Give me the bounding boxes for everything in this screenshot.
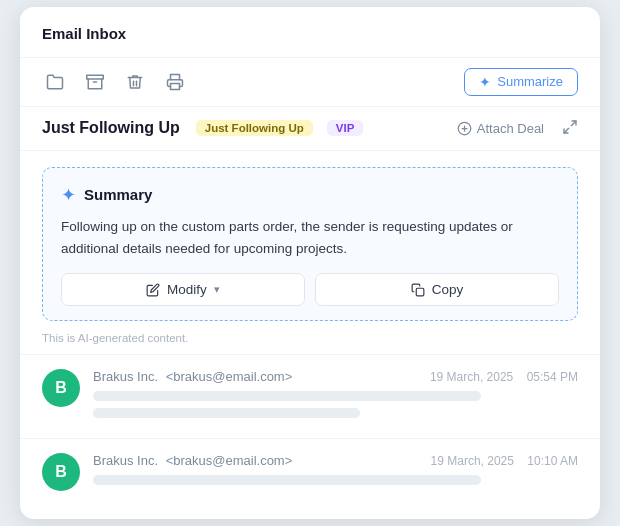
expand-button[interactable] [562, 119, 578, 138]
folder-icon[interactable] [42, 71, 68, 93]
svg-rect-8 [416, 288, 424, 296]
svg-line-6 [571, 121, 576, 126]
summary-heading: ✦ Summary [61, 184, 559, 206]
toolbar: ✦ Summarize [20, 58, 600, 107]
edit-icon [146, 283, 160, 297]
subject-row: Just Following Up Just Following Up VIP … [20, 107, 600, 151]
email-date: 19 March, 2025 05:54 PM [430, 370, 578, 384]
summary-heading-text: Summary [84, 186, 152, 203]
email-from: Brakus Inc. <brakus@email.com> [93, 453, 292, 468]
card-header: Email Inbox [20, 7, 600, 58]
summary-actions: Modify ▾ Copy [61, 273, 559, 306]
copy-icon [411, 283, 425, 297]
summary-box: ✦ Summary Following up on the custom par… [42, 167, 578, 321]
copy-button[interactable]: Copy [315, 273, 559, 306]
email-preview-short [93, 408, 360, 418]
attach-deal-icon [457, 121, 472, 136]
email-inbox-card: Email Inbox ✦ Summarize Just Following U… [20, 7, 600, 519]
attach-deal-button[interactable]: Attach Deal [457, 121, 544, 136]
tag-following: Just Following Up [196, 120, 313, 136]
print-icon[interactable] [162, 71, 188, 93]
email-from: Brakus Inc. <brakus@email.com> [93, 369, 292, 384]
ai-note: This is AI-generated content. [20, 325, 600, 344]
trash-icon[interactable] [122, 71, 148, 93]
spark-icon: ✦ [61, 184, 76, 206]
tag-vip: VIP [327, 120, 364, 136]
chevron-down-icon: ▾ [214, 283, 220, 296]
modify-button[interactable]: Modify ▾ [61, 273, 305, 306]
email-preview [93, 475, 481, 485]
svg-rect-0 [87, 75, 104, 79]
archive-icon[interactable] [82, 71, 108, 93]
subject-title: Just Following Up [42, 119, 180, 137]
card-title: Email Inbox [42, 25, 126, 42]
email-date: 19 March, 2025 10:10 AM [431, 454, 578, 468]
svg-line-7 [564, 128, 569, 133]
email-item[interactable]: B Brakus Inc. <brakus@email.com> 19 Marc… [20, 438, 600, 501]
avatar: B [42, 369, 80, 407]
email-meta: Brakus Inc. <brakus@email.com> 19 March,… [93, 369, 578, 384]
summary-body: Following up on the custom parts order, … [61, 216, 559, 259]
email-content: Brakus Inc. <brakus@email.com> 19 March,… [93, 453, 578, 488]
email-content: Brakus Inc. <brakus@email.com> 19 March,… [93, 369, 578, 418]
email-preview [93, 391, 481, 401]
email-item[interactable]: B Brakus Inc. <brakus@email.com> 19 Marc… [20, 354, 600, 428]
avatar: B [42, 453, 80, 491]
summarize-button[interactable]: ✦ Summarize [464, 68, 578, 96]
toolbar-icons [42, 71, 454, 93]
sparkle-icon: ✦ [479, 74, 491, 90]
email-meta: Brakus Inc. <brakus@email.com> 19 March,… [93, 453, 578, 468]
svg-rect-2 [171, 83, 180, 89]
